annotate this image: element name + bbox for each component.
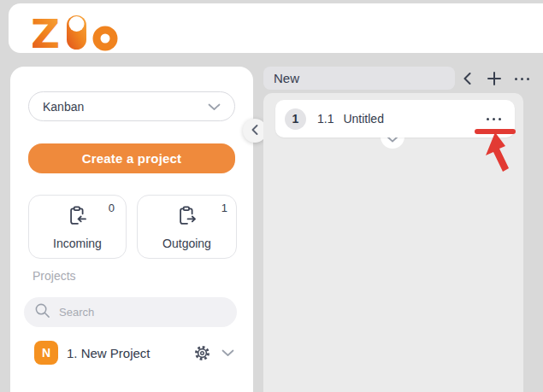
project-avatar: N	[34, 341, 58, 365]
outgoing-label: Outgoing	[138, 237, 236, 250]
zio-logo-graphic: Z	[32, 10, 131, 53]
chevron-down-icon[interactable]	[219, 344, 236, 361]
outgoing-count: 1	[221, 202, 227, 214]
svg-text:Z: Z	[32, 10, 60, 53]
project-search[interactable]	[24, 297, 237, 327]
gear-icon[interactable]	[193, 344, 210, 361]
create-project-button[interactable]: Create a project	[28, 143, 235, 173]
magnifier-icon	[34, 302, 50, 322]
view-mode-select[interactable]: Kanban	[28, 91, 235, 121]
clipboard-arrow-out-icon	[175, 204, 198, 231]
incoming-label: Incoming	[29, 237, 126, 250]
chevron-down-icon	[208, 100, 221, 114]
plus-icon[interactable]	[486, 70, 503, 87]
app-window: Zio Z Kanban Create a project 0	[0, 0, 543, 392]
incoming-card[interactable]: 0 Incoming	[28, 195, 127, 259]
task-order-badge: 1	[285, 108, 306, 130]
ellipsis-icon[interactable]	[513, 70, 530, 87]
column-title-input[interactable]: New	[263, 67, 455, 90]
projects-section-label: Projects	[32, 269, 76, 283]
outgoing-card[interactable]: 1 Outgoing	[137, 195, 237, 259]
search-input[interactable]	[57, 305, 206, 319]
card-menu-ellipsis-icon[interactable]	[487, 118, 501, 120]
chevron-left-icon[interactable]	[458, 70, 475, 87]
view-mode-value: Kanban	[43, 100, 84, 114]
annotation-cursor-arrow	[485, 132, 514, 175]
project-name: 1. New Project	[67, 346, 151, 360]
column-toolbar	[458, 68, 530, 89]
chevron-left-icon	[251, 123, 258, 138]
zio-logo: Zio Z	[32, 10, 131, 53]
incoming-count: 0	[109, 202, 115, 214]
clipboard-arrow-in-icon	[66, 204, 89, 231]
project-list-item[interactable]: N 1. New Project	[24, 337, 238, 368]
task-title: Untitled	[343, 112, 383, 126]
task-code: 1.1	[317, 112, 333, 126]
top-header-bar: Zio Z	[9, 3, 543, 53]
